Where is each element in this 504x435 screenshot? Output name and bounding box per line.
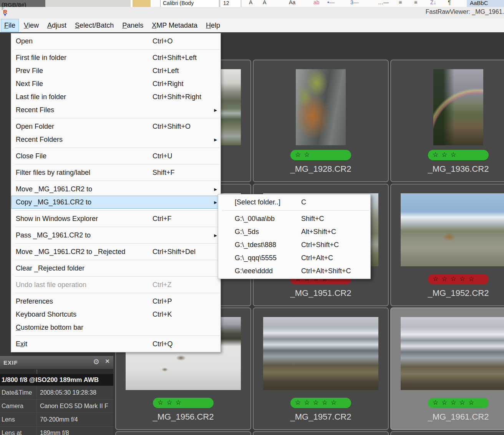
rating-pill[interactable]: ☆☆ bbox=[290, 150, 351, 160]
thumbnail-cell-mg-1928-cr2[interactable]: ☆☆_MG_1928.CR2 bbox=[253, 60, 389, 182]
text-highlight-icon[interactable]: ab bbox=[313, 0, 320, 7]
menu-item-preferences[interactable]: PreferencesCtrl+P bbox=[11, 295, 220, 308]
rating-pill[interactable]: ☆☆☆ bbox=[428, 150, 489, 160]
menu-item-recent-folders[interactable]: Recent Folders▶ bbox=[11, 133, 220, 146]
menu-item-shortcut: Ctrl+O bbox=[153, 37, 220, 45]
thumbnail-image[interactable] bbox=[263, 317, 378, 390]
rating-pill[interactable]: ☆☆☆ bbox=[153, 398, 214, 408]
thumbnail-cell[interactable] bbox=[115, 431, 251, 435]
menu-item-shortcut: Ctrl+Shift+O bbox=[153, 123, 220, 131]
change-case-icon[interactable]: Aa bbox=[289, 0, 295, 7]
exif-panel: EXIF ⚙ × 1/800 f/8 @ISO200 189mm AWB Dat… bbox=[0, 355, 113, 435]
exif-row-lens: Lens70-200mm f/4 bbox=[0, 413, 113, 426]
thumbnail-cell[interactable] bbox=[390, 431, 504, 435]
rating-pill[interactable]: ☆☆☆☆☆ bbox=[290, 398, 351, 408]
submenu-item-g-00-aa-bb[interactable]: G:\_00\aa\bbShift+C bbox=[218, 212, 370, 225]
menubar-item-panels[interactable]: Panels bbox=[119, 19, 147, 32]
menu-item-move-mg-1961-cr2-to[interactable]: Move _MG_1961.CR2 to▶ bbox=[11, 183, 220, 196]
photoshop-tab[interactable]: (RGB/8#) bbox=[0, 0, 47, 7]
sort-icon[interactable]: Z↓ bbox=[430, 0, 436, 7]
close-icon[interactable]: × bbox=[105, 357, 109, 365]
submenu-item-g-tdest-888[interactable]: G:\_tdest\888Ctrl+Shift+C bbox=[218, 238, 370, 251]
thumbnail-filename: _MG_1957.CR2 bbox=[254, 412, 388, 422]
submenu-item-select-folder[interactable]: [Select folder..]C bbox=[218, 196, 370, 209]
menu-separator bbox=[15, 210, 220, 211]
align-center-icon[interactable]: ≡ bbox=[414, 0, 417, 7]
menu-item-recent-files[interactable]: Recent Files▶ bbox=[11, 103, 220, 116]
background-word-toolbar[interactable]: (RGB/8#) Calibri (Body 12 AAAaab•—3—…—≡≡… bbox=[0, 0, 504, 7]
font-name-dropdown[interactable]: Calibri (Body bbox=[160, 0, 219, 7]
menubar-item-help[interactable]: Help bbox=[202, 19, 224, 32]
numbered-list-icon[interactable]: 3— bbox=[350, 0, 359, 7]
submenu-item-g-qqq-5555[interactable]: G:\_qqq\5555Ctrl+Alt+C bbox=[218, 251, 370, 264]
menubar-item-xmp-metadata[interactable]: XMP Metadata bbox=[148, 19, 201, 32]
thumbnail-cell-mg-1957-cr2[interactable]: ☆☆☆☆☆_MG_1957.CR2 bbox=[253, 307, 389, 430]
align-left-icon[interactable]: ≡ bbox=[399, 0, 402, 7]
menubar-item-adjust[interactable]: Adjust bbox=[44, 19, 70, 32]
thumbnail-image[interactable] bbox=[401, 317, 504, 390]
font-size-dropdown[interactable]: 12 bbox=[220, 0, 241, 7]
thumbnail-image[interactable] bbox=[433, 69, 483, 145]
menubar-item-view[interactable]: View bbox=[20, 19, 42, 32]
menu-item-shortcut: Ctrl+U bbox=[153, 152, 220, 160]
pilcrow-icon[interactable]: ¶ bbox=[448, 0, 451, 7]
menu-item-label: Undo last file operation bbox=[16, 281, 153, 289]
gear-icon[interactable]: ⚙ bbox=[93, 357, 99, 366]
menu-item-clear-rejected-folder[interactable]: Clear _Rejected folder bbox=[11, 262, 220, 275]
thumbnail-filename: _MG_1936.CR2 bbox=[391, 164, 504, 174]
menu-item-show-in-windows-explorer[interactable]: Show in Windows ExplorerCtrl+F bbox=[11, 212, 220, 225]
submenu-item-g-eee-dddd[interactable]: G:\eee\ddddCtrl+Alt+Shift+C bbox=[218, 264, 370, 277]
menu-item-close-file[interactable]: Close FileCtrl+U bbox=[11, 149, 220, 163]
submenu-arrow-icon: ▶ bbox=[214, 200, 217, 204]
color-swatch bbox=[133, 0, 151, 7]
submenu-item-g-5ds[interactable]: G:\_5dsAlt+Shift+C bbox=[218, 225, 370, 238]
menu-item-filter-files-by-rating-label[interactable]: Filter files by rating/labelShift+F bbox=[11, 166, 220, 179]
fastrawviewer-app-icon: FR▾ bbox=[1, 7, 10, 18]
rating-pill[interactable]: ☆☆☆☆☆ bbox=[428, 398, 489, 408]
title-bar[interactable]: FR▾ FastRawViewer: _MG_1961. bbox=[0, 7, 504, 19]
exif-summary: 1/800 f/8 @ISO200 189mm AWB bbox=[0, 374, 113, 386]
exif-panel-header[interactable]: EXIF ⚙ × bbox=[0, 356, 113, 369]
thumbnail-cell-mg-1961-cr2[interactable]: ☆☆☆☆☆_MG_1961.CR2 bbox=[390, 307, 504, 430]
submenu-item-label: G:\_qqq\5555 bbox=[235, 254, 301, 262]
thumbnail-filename: _MG_1951.CR2 bbox=[254, 288, 388, 298]
thumbnail-cell-mg-1952-cr2[interactable]: ☆☆☆☆☆_MG_1952.CR2 bbox=[390, 184, 504, 306]
menu-item-label: Open Folder bbox=[16, 123, 153, 131]
menu-separator bbox=[15, 148, 220, 148]
menu-item-open[interactable]: OpenCtrl+O bbox=[11, 35, 220, 48]
shrink-font-icon[interactable]: A bbox=[263, 0, 266, 7]
menu-separator bbox=[15, 293, 220, 293]
thumbnail-image[interactable] bbox=[296, 69, 346, 145]
menu-item-next-file[interactable]: Next FileCtrl+Right bbox=[11, 77, 220, 90]
menu-item-keyboard-shortcuts[interactable]: Keyboard ShortcutsCtrl+K bbox=[11, 308, 220, 321]
menu-item-exit[interactable]: ExitCtrl+Q bbox=[11, 337, 220, 350]
background-window-area bbox=[45, 0, 131, 7]
exif-column-splitter[interactable] bbox=[0, 369, 113, 374]
menu-item-move-mg-1961-cr2-to-rejected[interactable]: Move _MG_1961.CR2 to _RejectedCtrl+Shift… bbox=[11, 245, 220, 258]
multilevel-list-icon[interactable]: …— bbox=[378, 0, 389, 7]
rating-pill[interactable]: ☆☆☆☆☆ bbox=[428, 274, 489, 284]
grow-font-icon[interactable]: A bbox=[249, 0, 252, 7]
submenu-item-shortcut: Ctrl+Alt+Shift+C bbox=[301, 267, 370, 275]
exif-row-value: 70-200mm f/4 bbox=[37, 416, 113, 423]
menu-item-copy-mg-1961-cr2-to[interactable]: Copy _MG_1961.CR2 to▶ bbox=[11, 196, 220, 209]
thumbnail-cell[interactable] bbox=[253, 431, 389, 435]
style-preview-chip[interactable]: AaBbC bbox=[467, 0, 504, 7]
thumbnail-image[interactable] bbox=[401, 193, 504, 266]
menu-item-open-folder[interactable]: Open FolderCtrl+Shift+O bbox=[11, 120, 220, 133]
exif-row-camera: CameraCanon EOS 5D Mark II F bbox=[0, 399, 113, 413]
submenu-item-shortcut: C bbox=[301, 198, 370, 206]
menubar-item-select-batch[interactable]: Select/Batch bbox=[71, 19, 117, 32]
menu-item-last-file-in-folder[interactable]: Last file in folderCtrl+Shift+Right bbox=[11, 90, 220, 103]
exif-row-date-time: Date&Time2008:05:30 19:28:38 bbox=[0, 386, 113, 399]
exif-row-value: 2008:05:30 19:28:38 bbox=[37, 389, 113, 396]
menu-item-customize-bottom-bar[interactable]: Customize bottom bar bbox=[11, 321, 220, 334]
menu-item-label: Pass _MG_1961.CR2 to bbox=[16, 231, 153, 239]
menubar-item-file[interactable]: File bbox=[1, 19, 19, 32]
menu-item-pass-mg-1961-cr2-to[interactable]: Pass _MG_1961.CR2 to▶ bbox=[11, 229, 220, 242]
menu-item-first-file-in-folder[interactable]: First file in folderCtrl+Shift+Left bbox=[11, 51, 220, 64]
menu-item-prev-file[interactable]: Prev FileCtrl+Left bbox=[11, 64, 220, 77]
menu-item-label: Recent Files bbox=[16, 106, 153, 114]
thumbnail-cell-mg-1936-cr2[interactable]: ☆☆☆_MG_1936.CR2 bbox=[390, 60, 504, 182]
bullet-list-icon[interactable]: •— bbox=[327, 0, 335, 7]
